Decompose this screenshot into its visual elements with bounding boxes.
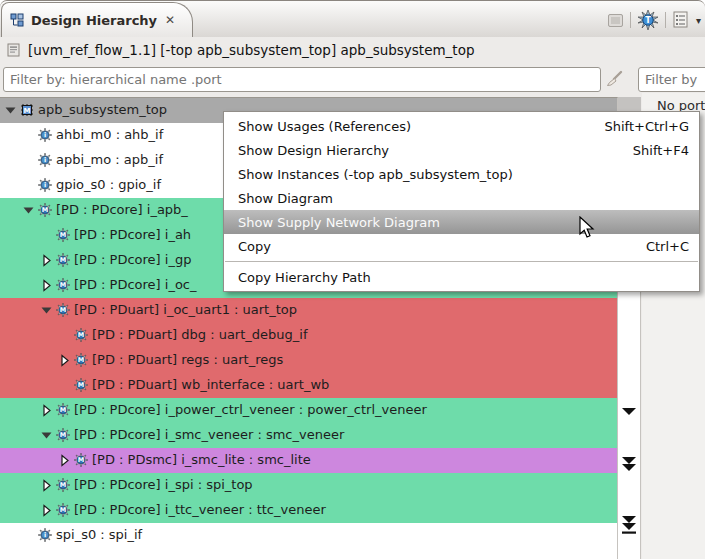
- svg-text:M: M: [60, 506, 66, 514]
- hierarchy-tree-icon: [10, 13, 25, 28]
- module-instance-icon: M: [56, 428, 70, 442]
- expanded-arrow-icon: [22, 204, 35, 217]
- tree-row-13[interactable]: M [PD : PDcore] i_power_ctrl_veneer : po…: [0, 398, 617, 423]
- svg-text:T: T: [645, 16, 651, 25]
- tree-row-11[interactable]: M [PD : PDuart] regs : uart_regs: [0, 348, 617, 373]
- svg-text:M: M: [60, 431, 66, 439]
- svg-text:M: M: [60, 406, 66, 414]
- module-instance-icon: M: [56, 503, 70, 517]
- module-instance-icon: M: [38, 203, 52, 217]
- module-instance-icon: M: [74, 328, 88, 342]
- tree-row-9[interactable]: M [PD : PDuart] i_oc_uart1 : uart_top: [0, 298, 617, 323]
- snapshot-page-icon: [7, 43, 21, 58]
- menu-separator: [225, 261, 698, 262]
- tab-title: Design Hierarchy: [31, 13, 157, 28]
- mouse-cursor: [578, 216, 598, 240]
- module-instance-icon: M: [56, 228, 70, 242]
- collapsed-arrow-icon: [40, 404, 53, 417]
- snapshot-title: [uvm_ref_flow_1.1] [-top apb_subsystem_t…: [28, 42, 474, 58]
- menu-item-show-supply-network-diagram[interactable]: Show Supply Network Diagram: [224, 210, 699, 234]
- svg-text:M: M: [78, 356, 84, 364]
- scroll-down-marker-icon[interactable]: [620, 402, 638, 421]
- collapsed-arrow-icon: [40, 279, 53, 292]
- svg-text:M: M: [78, 331, 84, 339]
- module-instance-icon: M: [74, 378, 88, 392]
- tree-row-18[interactable]: i spi_s0 : spi_if: [0, 523, 617, 548]
- separator: [630, 12, 631, 28]
- svg-text:M: M: [60, 256, 66, 264]
- view-toolbar: T ▾: [608, 8, 701, 32]
- module-chip-icon: M: [20, 103, 34, 117]
- tree-row-12[interactable]: M [PD : PDuart] wb_interface : uart_wb: [0, 373, 617, 398]
- separator: [665, 12, 666, 28]
- view-title-row: [uvm_ref_flow_1.1] [-top apb_subsystem_t…: [0, 37, 705, 63]
- module-instance-icon: M: [56, 253, 70, 267]
- svg-text:i: i: [44, 531, 46, 539]
- svg-text:M: M: [60, 281, 66, 289]
- svg-text:M: M: [42, 206, 48, 214]
- expanded-arrow-icon: [40, 429, 53, 442]
- interface-instance-icon: i: [38, 528, 52, 542]
- svg-text:M: M: [60, 481, 66, 489]
- tree-row-17[interactable]: M [PD : PDcore] i_ttc_veneer : ttc_venee…: [0, 498, 617, 523]
- page-down-marker-icon[interactable]: [620, 457, 638, 477]
- svg-text:M: M: [78, 456, 84, 464]
- collapsed-arrow-icon: [58, 454, 71, 467]
- module-instance-icon: M: [74, 353, 88, 367]
- interface-instance-icon: i: [38, 178, 52, 192]
- tab-design-hierarchy[interactable]: Design Hierarchy ✕: [1, 2, 193, 37]
- collapsed-arrow-icon: [40, 254, 53, 267]
- context-menu: Show Usages (References) Shift+Ctrl+G Sh…: [223, 111, 700, 292]
- menu-item-copy[interactable]: Copy Ctrl+C: [224, 234, 699, 258]
- module-instance-icon: M: [74, 453, 88, 467]
- collapsed-arrow-icon: [58, 354, 71, 367]
- tree-row-16[interactable]: M [PD : PDcore] i_spi : spi_top: [0, 473, 617, 498]
- tree-row-15[interactable]: M [PD : PDsmc] i_smc_lite : smc_lite: [0, 448, 617, 473]
- svg-text:M: M: [60, 231, 66, 239]
- menu-item-show-instances-top-apb-subsystem-top[interactable]: Show Instances (-top apb_subsystem_top): [224, 162, 699, 186]
- view-menu-chevron-icon[interactable]: ▾: [696, 15, 701, 26]
- menu-item-show-diagram[interactable]: Show Diagram: [224, 186, 699, 210]
- minimize-icon[interactable]: [608, 14, 623, 27]
- module-instance-icon: M: [56, 403, 70, 417]
- collapsed-arrow-icon: [40, 504, 53, 517]
- menu-item-copy-hierarchy-path[interactable]: Copy Hierarchy Path: [224, 265, 699, 289]
- clear-filter-brush-icon[interactable]: [605, 70, 623, 88]
- collapsed-arrow-icon: [40, 479, 53, 492]
- svg-text:M: M: [24, 107, 31, 115]
- tab-close-icon[interactable]: ✕: [165, 13, 175, 27]
- module-instance-icon: M: [56, 478, 70, 492]
- svg-text:i: i: [44, 131, 46, 139]
- expanded-arrow-icon: [40, 304, 53, 317]
- expanded-arrow-icon: [4, 104, 17, 117]
- tree-row-10[interactable]: M [PD : PDuart] dbg : uart_debug_if: [0, 323, 617, 348]
- tree-row-14[interactable]: M [PD : PDcore] i_smc_veneer : smc_venee…: [0, 423, 617, 448]
- ports-filter-input[interactable]: [638, 67, 705, 92]
- svg-text:M: M: [78, 381, 84, 389]
- svg-text:M: M: [60, 306, 66, 314]
- svg-text:i: i: [44, 156, 46, 164]
- module-instance-icon: M: [56, 303, 70, 317]
- interface-instance-icon: i: [38, 128, 52, 142]
- design-hierarchy-view: Design Hierarchy ✕ T ▾: [0, 0, 705, 559]
- svg-text:i: i: [44, 181, 46, 189]
- scroll-to-bottom-marker-icon[interactable]: [620, 516, 638, 539]
- hierarchy-filter-input[interactable]: [3, 67, 601, 92]
- menu-item-show-design-hierarchy[interactable]: Show Design Hierarchy Shift+F4: [224, 138, 699, 162]
- tab-bar: Design Hierarchy ✕ T ▾: [0, 1, 705, 37]
- module-instance-icon: M: [56, 278, 70, 292]
- menu-item-show-usages-references[interactable]: Show Usages (References) Shift+Ctrl+G: [224, 114, 699, 138]
- interface-instance-icon: i: [38, 153, 52, 167]
- list-settings-icon[interactable]: [673, 11, 689, 29]
- trace-module-icon[interactable]: T: [638, 10, 658, 30]
